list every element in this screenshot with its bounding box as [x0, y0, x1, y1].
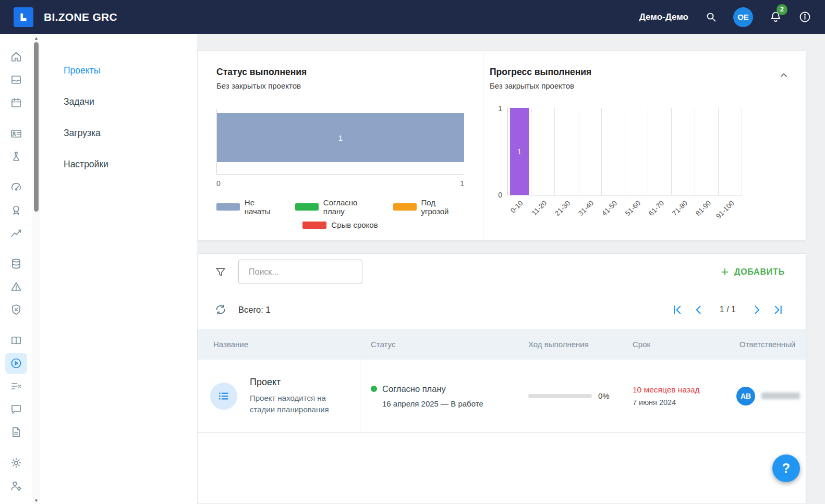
progress-x-axis: 0-10 11-20 21-30 31-40 41-50 51-60 61-70…	[507, 195, 742, 226]
menu-item-settings[interactable]: Настройки	[40, 149, 197, 180]
gauge-icon	[10, 181, 22, 193]
user-gear-icon	[10, 480, 22, 492]
refresh-icon	[214, 303, 227, 316]
search-input[interactable]	[249, 267, 357, 277]
progress-bar-0-10: 1	[510, 108, 529, 195]
rail-messages[interactable]	[5, 398, 27, 421]
legend-item-not-started: Не начаты	[216, 198, 282, 216]
y-tick-0: 0	[498, 191, 502, 199]
column-header-deadline: Срок	[622, 340, 729, 349]
chat-icon	[10, 403, 22, 415]
table-header: Название Статус Ход выполнения Срок Отве…	[198, 329, 806, 360]
progress-chart: Прогресс выполнения Без закрытых проекто…	[483, 51, 806, 240]
x-category: 0-10	[509, 199, 525, 215]
search-box[interactable]	[238, 260, 362, 284]
y-tick-1: 1	[498, 104, 502, 113]
scrollbar-thumb[interactable]	[34, 42, 39, 212]
status-bar-label: 1	[338, 133, 343, 142]
status-chart-title: Статус выполнения	[216, 67, 464, 78]
progress-percent: 0%	[598, 391, 610, 400]
column-header-progress: Ход выполнения	[518, 340, 622, 349]
search-icon	[244, 267, 245, 277]
search-icon[interactable]	[704, 10, 718, 24]
column-header-name: Название	[198, 340, 360, 349]
rail-projects[interactable]	[5, 353, 27, 374]
legend-label: Согласно плану	[323, 198, 380, 216]
status-dot	[371, 386, 377, 392]
last-page-button[interactable]	[772, 303, 785, 316]
status-chart-plot: 1	[216, 109, 464, 175]
x-category: 71-80	[671, 199, 689, 217]
prev-page-button[interactable]	[692, 303, 705, 316]
rail-assets[interactable]	[5, 252, 27, 275]
rail-incidents[interactable]	[5, 298, 27, 321]
collapse-charts-button[interactable]	[778, 69, 790, 83]
rail-calendar[interactable]	[5, 91, 27, 114]
progress-track	[528, 394, 592, 398]
status-detail: 16 апреля 2025 — В работе	[371, 399, 518, 408]
table-row[interactable]: Проект Проект находится на стадии планир…	[198, 360, 806, 433]
next-page-button[interactable]	[750, 303, 763, 316]
charts-card: Статус выполнения Без закрытых проектов …	[197, 51, 806, 241]
projects-list-card: + ДОБАВИТЬ Всего: 1 1 / 1 Название	[197, 253, 806, 504]
deadline-date: 7 июня 2024	[633, 398, 729, 407]
map-book-icon	[10, 334, 22, 347]
legend-item-at-risk: Под угрозой	[393, 198, 464, 216]
rail-awards[interactable]	[5, 199, 27, 222]
info-icon	[798, 10, 811, 23]
app-logo	[14, 7, 33, 27]
x-category: 41-50	[600, 199, 618, 217]
refresh-button[interactable]	[214, 303, 227, 316]
list-summary-row: Всего: 1 1 / 1	[198, 290, 806, 329]
help-button[interactable]: ?	[772, 454, 800, 482]
rail-reports[interactable]	[5, 421, 27, 444]
grid-column	[719, 108, 742, 195]
grid-column	[695, 108, 719, 195]
x-category: 91-100	[715, 199, 736, 220]
rail-knowledge[interactable]	[5, 329, 27, 352]
id-card-icon	[10, 127, 22, 140]
chart-line-icon	[10, 227, 22, 239]
filter-button[interactable]	[214, 266, 227, 278]
first-page-button[interactable]	[671, 303, 684, 316]
main-content: Статус выполнения Без закрытых проектов …	[197, 34, 825, 504]
rail-analytics[interactable]	[5, 222, 27, 244]
status-bar: 1	[217, 113, 464, 162]
account-switcher[interactable]: Демо-Демо	[639, 12, 688, 22]
first-page-icon	[671, 303, 684, 316]
menu-item-upload[interactable]: Загрузка	[40, 117, 197, 149]
rail-risks[interactable]	[5, 275, 27, 298]
page-indicator: 1 / 1	[720, 305, 736, 314]
menu-item-tasks[interactable]: Задачи	[40, 86, 197, 117]
scrollbar-up-arrow[interactable]: ▲	[32, 35, 40, 42]
menu-item-projects[interactable]: Проекты	[40, 55, 197, 86]
rail-tasks[interactable]	[5, 375, 27, 398]
notifications-button[interactable]: 2	[769, 10, 782, 24]
x-category: 11-20	[530, 199, 548, 217]
top-bar: BI.ZONE GRC Демо-Демо ОЕ 2	[0, 0, 825, 34]
rail-contacts[interactable]	[5, 122, 27, 145]
flask-icon	[10, 150, 22, 163]
status-legend: Не начаты Согласно плану Под угрозой Сры…	[216, 198, 464, 229]
document-icon	[10, 426, 22, 438]
rail-settings[interactable]	[5, 451, 27, 474]
column-header-assignee: Ответственный	[729, 340, 806, 349]
status-label: Согласно плану	[382, 384, 446, 394]
user-avatar[interactable]: ОЕ	[733, 7, 753, 27]
rail-admin[interactable]	[5, 474, 27, 497]
grid-column	[648, 108, 672, 195]
add-button[interactable]: + ДОБАВИТЬ	[721, 265, 785, 278]
rail-home[interactable]	[5, 45, 27, 68]
rail-inbox[interactable]	[5, 68, 27, 91]
grid-column	[555, 108, 578, 195]
assignee-avatar[interactable]: АВ	[736, 387, 755, 405]
project-title[interactable]: Проект	[250, 377, 339, 388]
sidebar-scrollbar[interactable]: ▲ ▼	[32, 34, 40, 504]
progress-y-axis: 1 0	[490, 108, 507, 195]
scrollbar-down-arrow[interactable]: ▼	[32, 497, 40, 504]
info-button[interactable]	[798, 10, 811, 24]
rail-dashboard[interactable]	[5, 176, 27, 199]
rail-lab[interactable]	[5, 145, 27, 168]
x-category: 51-60	[624, 199, 642, 217]
x-category: 81-90	[694, 199, 712, 217]
